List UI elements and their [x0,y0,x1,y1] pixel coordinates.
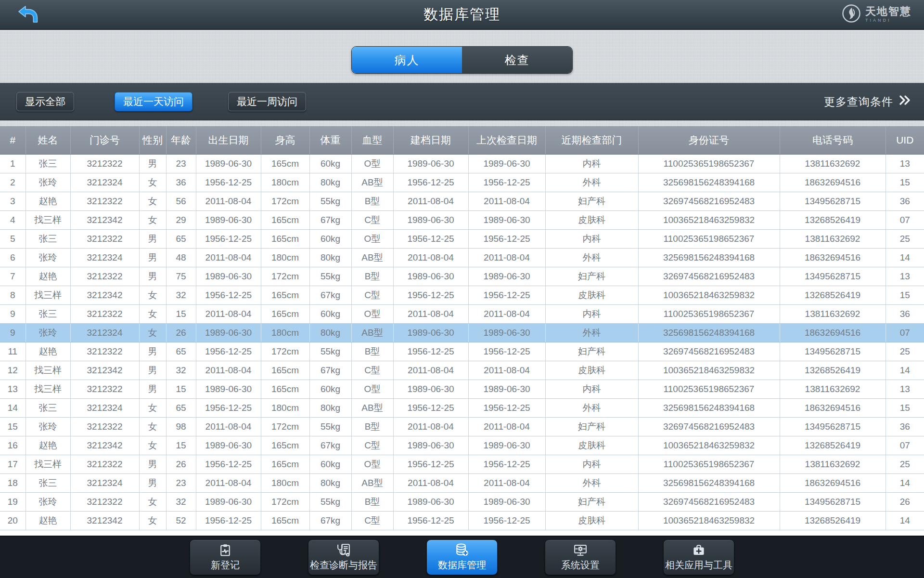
table-cell[interactable]: 女 [139,417,166,436]
table-cell[interactable]: C型 [351,286,393,304]
table-row[interactable]: 6张玲3212324男482011-08-04180cm80kgAB型2011-… [0,248,924,267]
table-cell[interactable]: 18632694516 [780,173,886,192]
table-row[interactable]: 4找三样3212342女291989-06-30165cm67kgC型1989-… [0,210,924,229]
table-row[interactable]: 12找三样3212342男322011-08-04165cm67kgC型2011… [0,361,924,380]
table-cell[interactable]: 2011-08-04 [393,304,468,323]
table-cell[interactable]: 326974568216952483 [638,492,780,511]
table-cell[interactable]: 16 [0,436,26,455]
table-cell[interactable]: 36 [166,173,196,192]
table-cell[interactable]: 3212342 [70,511,139,530]
table-cell[interactable]: 13495628715 [780,492,886,511]
table-cell[interactable]: 1989-06-30 [468,323,545,342]
table-cell[interactable]: C型 [351,436,393,455]
table-cell[interactable]: 9 [0,323,26,342]
table-cell[interactable]: 23 [166,154,196,173]
table-cell[interactable]: 2011-08-04 [196,361,261,380]
table-cell[interactable]: 1989-06-30 [196,323,261,342]
table-cell[interactable]: 2011-08-04 [468,304,545,323]
table-cell[interactable]: 找三样 [26,286,70,304]
table-cell[interactable]: 3212324 [70,173,139,192]
table-cell[interactable]: 男 [139,361,166,380]
table-row[interactable]: 1张三3212322男231989-06-30165cm60kgO型1989-0… [0,154,924,173]
table-cell[interactable]: 找三样 [26,210,70,229]
table-cell[interactable]: 36 [886,417,924,436]
table-cell[interactable]: 60kg [309,455,351,473]
table-cell[interactable]: 妇产科 [545,192,638,210]
table-cell[interactable]: 2011-08-04 [468,248,545,267]
table-cell[interactable]: 1956-12-25 [393,286,468,304]
table-cell[interactable]: AB型 [351,398,393,417]
table-cell[interactable]: 67kg [309,361,351,380]
table-cell[interactable]: 19 [0,492,26,511]
table-cell[interactable]: AB型 [351,323,393,342]
table-cell[interactable]: 4 [0,210,26,229]
table-cell[interactable]: 找三样 [26,361,70,380]
table-cell[interactable]: 1989-06-30 [393,492,468,511]
table-cell[interactable]: 180cm [261,398,309,417]
table-cell[interactable]: 男 [139,342,166,361]
table-cell[interactable]: 1956-12-25 [468,342,545,361]
nav-new-registration-button[interactable]: 新登记 [190,539,261,575]
table-cell[interactable]: 1989-06-30 [196,436,261,455]
table-row[interactable]: 9张玲3212324女261989-06-30180cm80kgAB型1989-… [0,323,924,342]
table-cell[interactable]: 2011-08-04 [393,248,468,267]
table-cell[interactable]: 32 [166,492,196,511]
table-cell[interactable]: 17 [0,455,26,473]
table-cell[interactable]: 14 [886,473,924,492]
table-cell[interactable]: 赵艳 [26,511,70,530]
table-row[interactable]: 16赵艳3212342女151989-06-30165cm67kgC型1989-… [0,436,924,455]
table-cell[interactable]: 325698156248394168 [638,398,780,417]
table-cell[interactable]: 女 [139,511,166,530]
table-cell[interactable]: 外科 [545,473,638,492]
table-cell[interactable]: 2011-08-04 [196,304,261,323]
table-cell[interactable]: 张玲 [26,417,70,436]
table-cell[interactable]: 张玲 [26,323,70,342]
table-cell[interactable]: 1956-12-25 [196,342,261,361]
table-cell[interactable]: 女 [139,398,166,417]
table-cell[interactable]: 80kg [309,248,351,267]
table-cell[interactable]: 1956-12-25 [468,286,545,304]
table-row[interactable]: 11赵艳3212322男651956-12-25172cm55kgB型1956-… [0,342,924,361]
table-cell[interactable]: 13 [886,154,924,173]
table-cell[interactable]: 13268526419 [780,436,886,455]
table-cell[interactable]: 1956-12-25 [196,173,261,192]
table-cell[interactable]: 1989-06-30 [196,492,261,511]
table-cell[interactable]: 3212324 [70,248,139,267]
table-row[interactable]: 17找三样3212322男261956-12-25165cm60kgO型1956… [0,455,924,473]
table-cell[interactable]: B型 [351,267,393,286]
table-row[interactable]: 18张三3212324男232011-08-04180cm80kgAB型2011… [0,473,924,492]
table-cell[interactable]: 165cm [261,380,309,398]
table-cell[interactable]: 3212322 [70,342,139,361]
table-cell[interactable]: 165cm [261,455,309,473]
table-cell[interactable]: 48 [166,248,196,267]
table-cell[interactable]: 67kg [309,511,351,530]
table-cell[interactable]: 110025365198652367 [638,380,780,398]
table-cell[interactable]: 14 [886,361,924,380]
table-row[interactable]: 9张三3212322女152011-08-04165cm60kgO型2011-0… [0,304,924,323]
table-cell[interactable]: 3212322 [70,267,139,286]
table-cell[interactable]: 55kg [309,492,351,511]
table-cell[interactable]: 80kg [309,173,351,192]
table-cell[interactable]: 172cm [261,267,309,286]
table-cell[interactable]: 100365218463259832 [638,286,780,304]
table-cell[interactable]: 3212322 [70,492,139,511]
table-cell[interactable]: 15 [886,398,924,417]
table-cell[interactable]: 女 [139,492,166,511]
table-cell[interactable]: 2011-08-04 [468,473,545,492]
table-cell[interactable]: 67kg [309,210,351,229]
table-row[interactable]: 3赵艳3212322女562011-08-04172cm55kgB型2011-0… [0,192,924,210]
table-cell[interactable]: 2011-08-04 [468,192,545,210]
table-cell[interactable]: 3212324 [70,473,139,492]
table-cell[interactable]: 326974568216952483 [638,192,780,210]
table-cell[interactable]: 内科 [545,455,638,473]
nav-system-settings-button[interactable]: 系统设置 [545,539,616,575]
tab-patient[interactable]: 病人 [352,47,462,73]
table-cell[interactable]: 56 [166,192,196,210]
table-cell[interactable]: 13268526419 [780,361,886,380]
table-cell[interactable]: 1989-06-30 [196,267,261,286]
table-cell[interactable]: 1989-06-30 [393,323,468,342]
table-cell[interactable]: 外科 [545,248,638,267]
table-cell[interactable]: 1989-06-30 [393,154,468,173]
table-cell[interactable]: 1989-06-30 [468,492,545,511]
table-cell[interactable]: 23 [166,473,196,492]
